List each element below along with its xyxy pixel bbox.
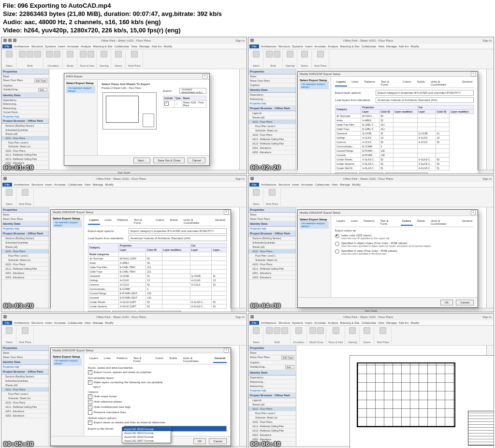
thumb-3: Office Park - Sheet: A101 - Floor PlansS… [1, 175, 247, 312]
tab-general[interactable]: General [213, 356, 227, 363]
layer-row[interactable]: AreasA-AREA32 [335, 118, 474, 122]
ok-button[interactable]: OK [193, 438, 206, 444]
ok-button[interactable]: OK [440, 300, 453, 305]
file-format-dropdown-list: AutoCAD 2018 Format AutoCAD 2013 Format … [122, 427, 171, 443]
ribbon-icon[interactable] [19, 51, 26, 58]
layer-row[interactable]: Cable Tray Fittin...E-CABL-TRAY211 [88, 265, 227, 269]
layer-row[interactable]: Conduit FittingsE-POWR-...130 [335, 148, 474, 153]
sheet-view [349, 355, 494, 448]
export-layer-options[interactable]: Export category's properties BYLAYER and… [376, 90, 474, 96]
layer-row[interactable]: Curtain SystemsA-GLAZ-CURT52A-GLAZ-C...5… [88, 304, 227, 308]
layer-row[interactable]: AreasA-AREA32 [88, 260, 227, 265]
app-icon [3, 39, 7, 42]
ribbon-icon[interactable] [87, 51, 94, 58]
ribbon-body: Select Build Circulation Model Room & Ar… [1, 49, 247, 69]
layer-row[interactable]: Curtain SystemsA-GLAZ-C...52A-GLAZ-C...5… [335, 161, 474, 166]
dialog-title: DWG Export [66, 75, 83, 78]
tab-structure[interactable]: Structure [31, 45, 43, 48]
thumb-5: Office Park - Sheet: A101 - Floor PlansS… [1, 313, 247, 448]
tab-architecture[interactable]: Architecture [14, 45, 29, 48]
color-option-object-styles[interactable]: Specified in object styles (True Color -… [335, 242, 474, 247]
ribbon-icon[interactable] [131, 51, 138, 58]
export-scope-dropdown[interactable]: <current view/sheet only> [179, 88, 206, 94]
modify-export-dialog: Modify DWG/DXF Export Setup× Select Expo… [50, 347, 231, 446]
modify-export-dialog: Modify DWG/DXF Export Setup× Select Expo… [297, 209, 478, 308]
edit-type-btn[interactable]: Edit Type [34, 79, 47, 82]
export-tabs: Layers Lines Patterns Text & Fonts Color… [335, 80, 474, 88]
save-set-button[interactable]: Save Set & Close [153, 158, 185, 163]
close-icon[interactable]: × [224, 348, 229, 353]
tab-analyze[interactable]: Analyze [81, 45, 91, 48]
nonplot-checkbox[interactable] [88, 380, 92, 385]
layer-row[interactable]: ColumnsA-COLS52A-COLS52 [335, 140, 474, 144]
window-title: Office Park - Sheet: A101 - Floor Plans [101, 39, 151, 42]
format-option[interactable]: AutoCAD 2013 Format [122, 431, 171, 435]
tab-insert[interactable]: Insert [58, 45, 65, 48]
tab-modify[interactable]: Modify [163, 45, 172, 48]
layer-row[interactable]: CeilingsA-CLNG13A-CLNG13 [335, 135, 474, 140]
layer-row[interactable]: Curtain PanelsA-GLAZ-CURT52A-GLAZ-C...52 [88, 300, 227, 304]
tab-layers[interactable]: Layers [335, 80, 347, 87]
ribbon-icon[interactable] [80, 51, 87, 58]
file-tab[interactable]: File [2, 44, 12, 48]
layer-row[interactable]: Conduit FittingsE-POWR-CNDT130 [88, 291, 227, 295]
tab-colors[interactable]: Colors [401, 219, 413, 226]
ribbon-icon[interactable] [67, 51, 73, 58]
modify-export-dialog: Modify DWG/DXF Export Setup× Select Expo… [297, 71, 478, 170]
dwg-export-dialog: DWG Export × Select Export Setup <in-ses… [64, 73, 210, 166]
export-rooms-checkbox[interactable] [88, 370, 92, 375]
layer-row[interactable]: CeilingsA-CLNG13A-CLNG13 [88, 278, 227, 282]
close-icon[interactable]: × [203, 74, 207, 79]
layer-row[interactable]: Air TerminalsM-HVAC-...50 [335, 114, 474, 118]
ribbon-icon[interactable] [27, 51, 33, 58]
ribbon-icon[interactable] [46, 51, 53, 58]
close-icon[interactable]: × [471, 210, 476, 215]
close-icon[interactable]: × [224, 210, 229, 215]
tab-annotate[interactable]: Annotate [67, 45, 79, 48]
tab-view[interactable]: View [131, 45, 137, 48]
nonplot-text[interactable]: NPLT [93, 386, 122, 389]
layer-row[interactable]: Curtain PanelsA-GLAZ-C...52A-GLAZ-C...52 [335, 157, 474, 161]
layer-row[interactable]: ColumnsA-COLS52A-COLS52 [88, 282, 227, 287]
next-button[interactable]: Next... [133, 158, 150, 163]
tab-addins[interactable]: Add-Ins [152, 45, 162, 48]
tab-massing[interactable]: Massing & Site [93, 45, 112, 48]
ribbon-icon[interactable] [54, 51, 60, 58]
layer-row[interactable]: ConduitsE-POWR-CNDT130 [88, 295, 227, 300]
layer-mapping-table: CategoryProjectionCut LayerColor IDLayer… [88, 243, 227, 309]
format-option[interactable]: AutoCAD 2007 Format [122, 439, 171, 443]
sign-in[interactable]: Sign In [235, 39, 245, 42]
layer-row[interactable]: CaseworkQ-CASE31Q-CASE31 [88, 274, 227, 278]
layer-row[interactable]: Cable Tray Fittin...E-CABL-T...211 [335, 122, 474, 127]
layer-row[interactable]: Communicatio...E-COMM2 [335, 144, 474, 148]
layer-row[interactable]: Communicatio...E-COMM2 [88, 287, 227, 291]
ribbon-icon[interactable] [34, 51, 41, 58]
export-setup-item[interactable]: <in-session export setup> [66, 86, 95, 93]
ribbon-icon[interactable] [101, 51, 107, 58]
load-layers-standard[interactable]: American Institute of Architects Standar… [376, 97, 474, 103]
format-option[interactable]: AutoCAD 2018 Format [122, 427, 171, 431]
cancel-button[interactable]: Cancel [188, 158, 205, 163]
layer-row[interactable]: Curtain Wall M...A-GLAZ-C...51A-GLAZ-C..… [335, 166, 474, 170]
ribbon-icon[interactable] [6, 51, 13, 58]
drawing-canvas[interactable] [296, 346, 486, 446]
format-option[interactable]: AutoCAD 2010 Format [122, 435, 171, 439]
include-checkbox[interactable] [164, 101, 169, 106]
layer-row[interactable]: ConduitsE-POWR-...130 [335, 153, 474, 157]
radio-icon [335, 249, 339, 254]
ribbon-icon[interactable] [115, 51, 122, 58]
color-option-index[interactable]: Index color (255 colors)Uses the color I… [335, 234, 474, 240]
tab-manage[interactable]: Manage [139, 45, 150, 48]
cancel-button[interactable]: Cancel [209, 438, 227, 444]
layer-row[interactable]: CaseworkQ-CASE31Q-CASE31 [335, 131, 474, 135]
cancel-button[interactable]: Cancel [456, 300, 474, 305]
layer-row[interactable]: Cable TraysE-CABL-T...211 [335, 127, 474, 131]
edit-btn[interactable]: Edit... [38, 88, 47, 91]
tab-systems[interactable]: Systems [45, 45, 56, 48]
tab-collaborate[interactable]: Collaborate [114, 45, 129, 48]
close-icon[interactable]: × [471, 72, 476, 76]
left-panel: Properties Sheet Sheet: Floor PlansEdit … [1, 69, 49, 170]
layer-row[interactable]: Cable TraysE-CABL-TRAY211 [88, 269, 227, 274]
layer-row[interactable]: Air TerminalsM-HVAC-CDFF50 [88, 256, 227, 260]
color-option-view[interactable]: Specified in view (True Color - RGB valu… [335, 249, 474, 255]
